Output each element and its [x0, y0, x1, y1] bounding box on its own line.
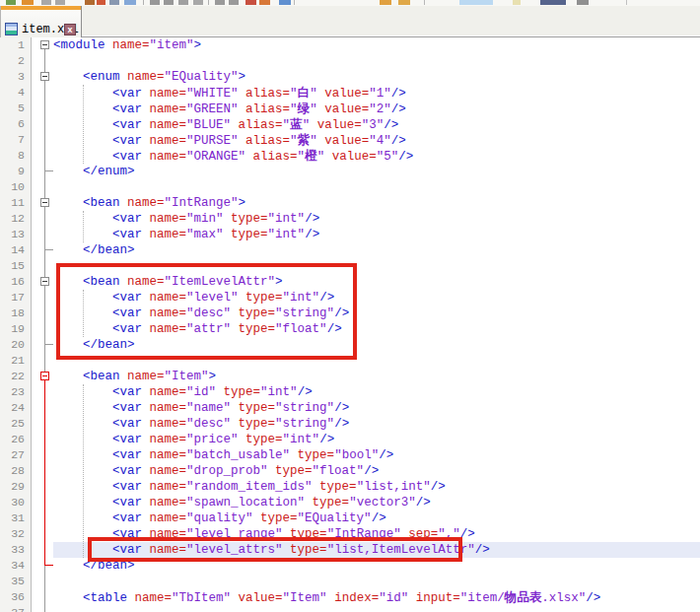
- fold-margin: [32, 258, 53, 274]
- code-text[interactable]: </bean>: [53, 242, 700, 258]
- code-text[interactable]: <var name="desc" type="string"/>: [53, 416, 700, 432]
- toolbar-icon-fragment: [143, 0, 144, 5]
- line-number: 3: [0, 69, 32, 85]
- code-text[interactable]: <var name="GREEN" alias="绿" value="2"/>: [53, 101, 700, 116]
- fold-collapse-icon[interactable]: [40, 198, 49, 207]
- code-line: 35: [0, 574, 700, 589]
- code-text[interactable]: <module name="item">: [53, 37, 700, 53]
- line-number: 36: [0, 589, 32, 605]
- code-line: 4 <var name="WHITE" alias="白" value="1"/…: [0, 85, 700, 101]
- code-text[interactable]: <var name="WHITE" alias="白" value="1"/>: [53, 85, 700, 101]
- code-text[interactable]: <enum name="EQuality">: [53, 69, 700, 85]
- fold-margin: [32, 526, 53, 542]
- line-number: 8: [0, 148, 32, 164]
- tab-item-xml[interactable]: item.xml x: [0, 6, 82, 37]
- toolbar-icon-fragment: [178, 0, 188, 5]
- code-text[interactable]: <var name="name" type="string"/>: [53, 400, 700, 416]
- tab-close-icon[interactable]: x: [64, 24, 76, 35]
- fold-margin: [32, 369, 53, 384]
- line-number: 9: [0, 164, 32, 179]
- code-line: 8 <var name="ORANGE" alias="橙" value="5"…: [0, 148, 700, 164]
- code-text[interactable]: [53, 53, 700, 69]
- fold-collapse-icon[interactable]: [40, 372, 49, 380]
- line-number: 30: [0, 495, 32, 510]
- toolbar-icon-fragment: [193, 0, 203, 5]
- fold-collapse-icon[interactable]: [40, 72, 49, 81]
- toolbar-icon-fragment: [279, 0, 291, 5]
- fold-margin: [32, 321, 53, 337]
- fold-margin: [32, 463, 53, 479]
- fold-margin: [32, 447, 53, 463]
- code-text[interactable]: <bean name="IntRange">: [53, 195, 700, 211]
- fold-margin: [32, 211, 53, 227]
- code-text[interactable]: <var name="random_item_ids" type="list,i…: [53, 479, 700, 495]
- code-text[interactable]: [53, 179, 700, 195]
- fold-margin: [32, 85, 53, 101]
- toolbar-icon-fragment: [208, 0, 209, 5]
- code-text[interactable]: <var name="max" type="int"/>: [53, 227, 700, 242]
- toolbar-icon-fragment: [85, 0, 95, 5]
- code-text[interactable]: <var name="ORANGE" alias="橙" value="5"/>: [53, 148, 700, 164]
- code-text[interactable]: <var name="BLUE" alias="蓝" value="3"/>: [53, 116, 700, 132]
- code-text[interactable]: <var name="price" type="int"/>: [53, 432, 700, 447]
- line-number: 37: [0, 605, 32, 612]
- fold-margin: [32, 432, 53, 447]
- code-text[interactable]: <var name="spawn_location" type="vector3…: [53, 495, 700, 510]
- line-number: 19: [0, 321, 32, 337]
- fold-collapse-icon[interactable]: [40, 277, 49, 286]
- fold-margin: [32, 495, 53, 510]
- line-number: 15: [0, 258, 32, 274]
- code-line: 23 <var name="id" type="int"/>: [0, 384, 700, 400]
- code-text[interactable]: <var name="PURSE" alias="紫" value="4"/>: [53, 132, 700, 148]
- fold-margin: [32, 195, 53, 211]
- line-number: 4: [0, 85, 32, 101]
- line-number: 33: [0, 542, 32, 558]
- fold-margin: [32, 542, 53, 558]
- code-line: 28 <var name="drop_prob" type="float"/>: [0, 463, 700, 479]
- fold-margin: [32, 605, 53, 612]
- code-line: 1<module name="item">: [0, 37, 700, 53]
- toolbar-icon-fragment: [540, 0, 566, 5]
- fold-margin: [32, 479, 53, 495]
- toolbar-icon-fragment: [150, 0, 160, 5]
- code-text[interactable]: <var name="batch_usable" type="bool"/>: [53, 447, 700, 463]
- line-number: 18: [0, 306, 32, 321]
- toolbar-icon-fragment: [41, 0, 51, 5]
- code-line: 9 </enum>: [0, 164, 700, 179]
- code-text[interactable]: <var name="drop_prob" type="float"/>: [53, 463, 700, 479]
- code-line: 37: [0, 605, 700, 612]
- code-text[interactable]: <var name="min" type="int"/>: [53, 211, 700, 227]
- code-text[interactable]: [53, 574, 700, 589]
- code-text[interactable]: <var name="quality" type="EQuality"/>: [53, 510, 700, 526]
- toolbar-icon-fragment: [459, 0, 493, 5]
- line-number: 20: [0, 337, 32, 353]
- line-number: 14: [0, 242, 32, 258]
- fold-margin: [32, 53, 53, 69]
- line-number: 32: [0, 526, 32, 542]
- fold-margin: [32, 274, 53, 290]
- code-line: 13 <var name="max" type="int"/>: [0, 227, 700, 242]
- fold-collapse-icon[interactable]: [40, 40, 49, 49]
- code-text[interactable]: [53, 605, 700, 612]
- fold-margin: [32, 306, 53, 321]
- code-text[interactable]: <table name="TbItem" value="Item" index=…: [53, 589, 700, 605]
- code-text[interactable]: <var name="id" type="int"/>: [53, 384, 700, 400]
- toolbar-icon-fragment: [55, 0, 65, 5]
- code-text[interactable]: <bean name="Item">: [53, 369, 700, 384]
- fold-margin: [32, 164, 53, 179]
- line-number: 2: [0, 53, 32, 69]
- code-text[interactable]: </enum>: [53, 164, 700, 179]
- code-line: 14 </bean>: [0, 242, 700, 258]
- code-line: 22 <bean name="Item">: [0, 369, 700, 384]
- toolbar-icon-fragment: [124, 0, 136, 5]
- code-line: 5 <var name="GREEN" alias="绿" value="2"/…: [0, 101, 700, 116]
- line-number: 26: [0, 432, 32, 447]
- code-line: 12 <var name="min" type="int"/>: [0, 211, 700, 227]
- toolbar-icon-fragment: [164, 0, 174, 5]
- code-line: 29 <var name="random_item_ids" type="lis…: [0, 479, 700, 495]
- toolbar-icon-fragment: [259, 0, 270, 5]
- toolbar-icon-fragment: [626, 0, 627, 5]
- line-number: 25: [0, 416, 32, 432]
- code-line: 31 <var name="quality" type="EQuality"/>: [0, 510, 700, 526]
- indent-guide: [83, 211, 84, 242]
